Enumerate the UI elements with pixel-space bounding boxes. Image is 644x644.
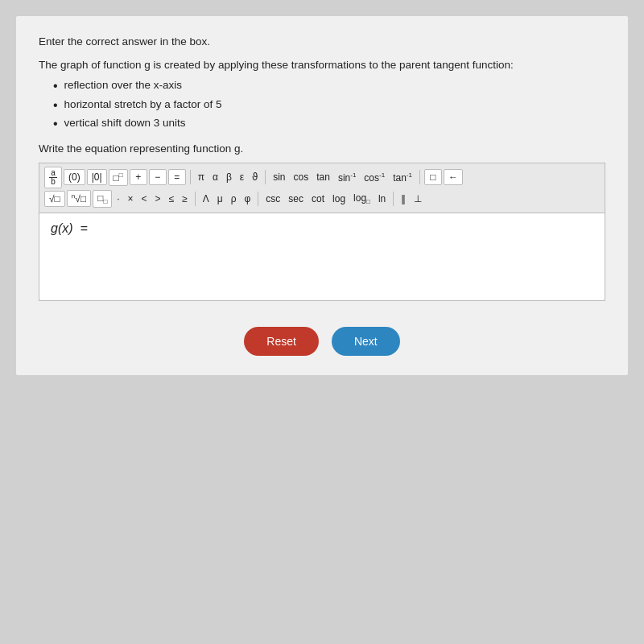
toolbar-lte[interactable]: ≤ (166, 192, 178, 206)
toolbar-sqrt[interactable]: √□ (44, 191, 65, 207)
toolbar-csc[interactable]: csc (262, 192, 283, 206)
answer-box[interactable]: g(x) = (39, 213, 605, 301)
toolbar-sin[interactable]: sin (270, 170, 288, 184)
toolbar-rho[interactable]: ρ (228, 192, 240, 206)
toolbar-parallel[interactable]: ‖ (398, 192, 409, 206)
toolbar-arctan[interactable]: tan-1 (390, 170, 415, 185)
bullet-item-2: horizontal stretch by a factor of 5 (53, 98, 605, 113)
toolbar-alpha[interactable]: α (209, 170, 221, 184)
toolbar-theta[interactable]: ϑ (249, 170, 261, 184)
toolbar-tan[interactable]: tan (313, 170, 333, 184)
toolbar-epsilon[interactable]: ε (237, 170, 247, 184)
reset-button[interactable]: Reset (244, 327, 319, 356)
toolbar-dot[interactable]: · (114, 192, 122, 206)
next-button[interactable]: Next (332, 327, 400, 356)
toolbar-lambda[interactable]: Λ (200, 192, 213, 206)
toolbar-minus[interactable]: − (149, 169, 167, 185)
toolbar-log[interactable]: log (329, 192, 349, 206)
toolbar-arccos[interactable]: cos-1 (361, 170, 388, 185)
main-page: Enter the correct answer in the box. The… (16, 16, 628, 375)
toolbar-superscript[interactable]: □□ (109, 169, 128, 186)
toolbar-times[interactable]: × (125, 192, 137, 206)
toolbar-equals[interactable]: = (168, 169, 186, 185)
bullet-item-3: vertical shift down 3 units (53, 117, 605, 131)
toolbar-beta[interactable]: β (223, 170, 235, 184)
toolbar-lt[interactable]: < (138, 192, 151, 206)
toolbar-plus[interactable]: + (130, 169, 147, 185)
bullet-list: reflection over the x-axis horizontal st… (53, 79, 605, 131)
toolbar-cot[interactable]: cot (308, 192, 328, 206)
toolbar-logn[interactable]: log□ (350, 191, 374, 207)
toolbar-gt[interactable]: > (152, 192, 164, 206)
problem-text: The graph of function g is created by ap… (39, 59, 605, 71)
toolbar-sec[interactable]: sec (285, 192, 307, 206)
toolbar-cos[interactable]: cos (291, 170, 312, 184)
toolbar-pi[interactable]: π (195, 170, 208, 184)
answer-prefix: g(x) = (51, 221, 88, 235)
toolbar-perp[interactable]: ⊥ (411, 192, 425, 206)
toolbar-box[interactable]: □ (424, 169, 442, 185)
toolbar-phi[interactable]: φ (242, 192, 254, 206)
toolbar-arcsin[interactable]: sin-1 (335, 170, 359, 185)
bullet-item-1: reflection over the x-axis (53, 79, 605, 93)
toolbar-mu[interactable]: μ (214, 192, 226, 206)
toolbar-sep-1 (190, 170, 191, 184)
toolbar-subscript[interactable]: □□ (93, 190, 112, 208)
toolbar-sep-5 (258, 192, 258, 206)
toolbar-parenthesis[interactable]: (0) (64, 169, 85, 185)
toolbar-ln[interactable]: ln (375, 192, 389, 206)
toolbar-backspace[interactable]: ← (444, 169, 463, 185)
toolbar-fraction[interactable]: ab (44, 167, 62, 188)
toolbar-sep-6 (393, 192, 394, 206)
toolbar-gte[interactable]: ≥ (179, 192, 191, 206)
write-label: Write the equation representing function… (39, 142, 605, 155)
toolbar-row-1: ab (0) |0| □□ + − = π α β ε ϑ sin cos ta… (44, 167, 600, 188)
toolbar-abs[interactable]: |0| (87, 169, 107, 185)
toolbar-sep-3 (419, 170, 420, 184)
toolbar-sep-2 (265, 170, 266, 184)
toolbar-nthroot[interactable]: n√□ (67, 190, 91, 207)
instruction-text: Enter the correct answer in the box. (39, 35, 605, 47)
math-toolbar: ab (0) |0| □□ + − = π α β ε ϑ sin cos ta… (39, 163, 605, 213)
toolbar-sep-4 (195, 192, 196, 206)
toolbar-row-2: √□ n√□ □□ · × < > ≤ ≥ Λ μ ρ φ csc sec co… (44, 190, 600, 208)
buttons-row: Reset Next (39, 327, 605, 356)
